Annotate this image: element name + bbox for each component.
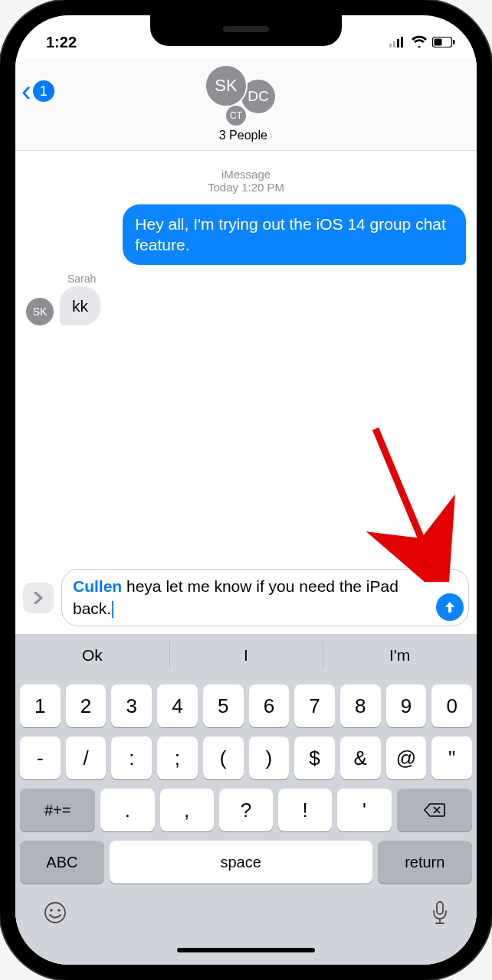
key[interactable]: ; — [157, 737, 198, 779]
keyboard-row: - / : ; ( ) $ & @ " — [20, 737, 472, 779]
home-indicator[interactable] — [177, 948, 315, 952]
keyboard: 1 2 3 4 5 6 7 8 9 0 - / : ; ( ) $ & @ — [15, 677, 477, 965]
conversation-title[interactable]: 3 People › — [219, 129, 274, 142]
space-key[interactable]: space — [110, 841, 372, 884]
service-label: iMessage — [26, 168, 466, 181]
svg-point-8 — [50, 909, 53, 912]
status-time: 1:22 — [46, 34, 77, 51]
key[interactable]: $ — [294, 737, 335, 779]
svg-rect-3 — [401, 37, 403, 47]
message-input[interactable]: Cullen heya let me know if you need the … — [61, 569, 469, 626]
svg-rect-1 — [393, 41, 395, 47]
message-bubble-outgoing[interactable]: Hey all, I'm trying out the iOS 14 group… — [123, 204, 466, 265]
wifi-icon — [411, 34, 428, 51]
battery-icon — [432, 34, 455, 51]
symbols-key[interactable]: #+= — [20, 789, 95, 831]
key[interactable]: " — [431, 737, 472, 779]
message-row-incoming: SK kk — [26, 286, 466, 325]
key[interactable]: 4 — [157, 684, 198, 727]
key[interactable]: ? — [219, 789, 273, 831]
screen: 1:22 ‹ 1 SK DC CT — [15, 15, 477, 965]
microphone-icon — [431, 900, 449, 925]
group-avatar-cluster[interactable]: SK DC CT — [192, 64, 300, 126]
messages-area[interactable]: iMessage Today 1:20 PM Hey all, I'm tryi… — [15, 151, 477, 564]
conversation-header: ‹ 1 SK DC CT 3 People › — [15, 58, 477, 151]
predictive-suggestion[interactable]: I'm — [323, 634, 477, 677]
key[interactable]: 2 — [66, 684, 107, 727]
emoji-key[interactable] — [43, 900, 67, 928]
chevron-right-icon — [32, 592, 44, 604]
abc-key[interactable]: ABC — [20, 841, 104, 884]
backspace-key[interactable] — [397, 789, 472, 831]
message-row-outgoing: Hey all, I'm trying out the iOS 14 group… — [26, 204, 466, 265]
key[interactable]: 6 — [249, 684, 290, 727]
predictive-text-bar: Ok I I'm — [15, 634, 477, 677]
key[interactable]: 0 — [431, 684, 472, 727]
key[interactable]: 3 — [111, 684, 152, 727]
key[interactable]: 9 — [386, 684, 427, 727]
device-frame: 1:22 ‹ 1 SK DC CT — [0, 0, 492, 980]
timestamp-label: Today 1:20 PM — [26, 181, 466, 194]
key[interactable]: / — [66, 737, 107, 779]
dictation-key[interactable] — [431, 900, 449, 928]
speaker — [223, 26, 269, 32]
keyboard-bottom-row — [20, 893, 472, 931]
key[interactable]: & — [340, 737, 381, 779]
svg-rect-2 — [397, 39, 399, 47]
key[interactable]: ' — [337, 789, 391, 831]
predictive-suggestion[interactable]: I — [169, 634, 323, 677]
back-button[interactable]: ‹ 1 — [21, 77, 54, 106]
key[interactable]: 5 — [203, 684, 244, 727]
arrow-up-icon — [443, 600, 457, 614]
keyboard-row: #+= . , ? ! ' — [20, 789, 472, 831]
emoji-icon — [43, 900, 67, 925]
svg-rect-6 — [453, 40, 455, 44]
keyboard-row: 1 2 3 4 5 6 7 8 9 0 — [20, 684, 472, 727]
svg-point-9 — [57, 909, 61, 912]
mention-token[interactable]: Cullen — [73, 577, 122, 595]
key[interactable]: ! — [278, 789, 332, 831]
message-bubble-incoming[interactable]: kk — [60, 286, 100, 325]
key[interactable]: - — [20, 737, 61, 779]
compose-text: heya let me know if you need the iPad ba… — [73, 577, 399, 616]
key[interactable]: , — [160, 789, 214, 831]
sender-name-label: Sarah — [67, 273, 466, 285]
timestamp-block: iMessage Today 1:20 PM — [26, 168, 466, 194]
backspace-icon — [424, 802, 445, 818]
sender-avatar[interactable]: SK — [26, 298, 54, 325]
chevron-left-icon: ‹ — [21, 77, 31, 106]
keyboard-row: ABC space return — [20, 841, 472, 884]
text-cursor — [112, 601, 113, 618]
compose-bar: Cullen heya let me know if you need the … — [15, 564, 477, 634]
app-drawer-button[interactable] — [23, 583, 54, 613]
predictive-suggestion[interactable]: Ok — [15, 634, 169, 677]
svg-point-7 — [45, 903, 65, 923]
unread-badge: 1 — [33, 80, 54, 102]
chevron-right-icon: › — [269, 129, 273, 142]
conversation-title-label: 3 People — [219, 129, 267, 142]
key[interactable]: 1 — [20, 684, 61, 727]
return-key[interactable]: return — [378, 841, 472, 884]
key[interactable]: ) — [249, 737, 290, 779]
svg-rect-0 — [389, 44, 392, 47]
avatar-sk: SK — [205, 64, 248, 107]
key[interactable]: @ — [386, 737, 427, 779]
send-button[interactable] — [436, 593, 464, 621]
svg-rect-10 — [437, 902, 443, 914]
key[interactable]: ( — [203, 737, 244, 779]
key[interactable]: 8 — [340, 684, 381, 727]
key[interactable]: . — [100, 789, 154, 831]
key[interactable]: 7 — [294, 684, 335, 727]
cellular-icon — [389, 34, 406, 51]
svg-rect-5 — [435, 38, 442, 45]
key[interactable]: : — [111, 737, 152, 779]
notch — [150, 15, 342, 46]
